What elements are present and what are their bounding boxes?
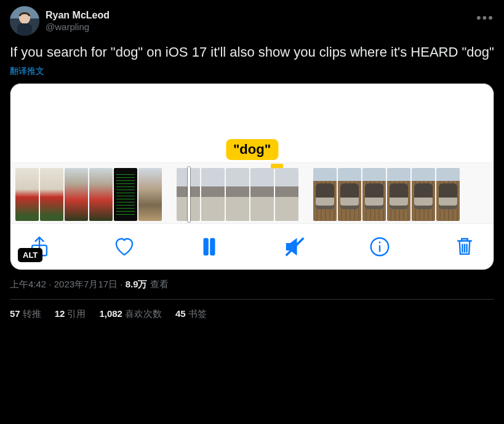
avatar-image-icon (10, 6, 39, 36)
media-toolbar (10, 224, 494, 261)
clip-thumbnail (15, 168, 39, 221)
clip-thumbnail (40, 168, 63, 221)
clip-group-1[interactable] (15, 168, 162, 221)
clip-thumbnail (412, 168, 435, 221)
clip-thumbnail (65, 168, 88, 221)
info-icon (368, 235, 391, 258)
clip-thumbnail (338, 168, 361, 221)
pause-button[interactable] (198, 235, 221, 258)
bookmarks-count: 45 (175, 308, 186, 319)
bookmarks-stat[interactable]: 45书签 (175, 308, 207, 320)
clip-thumbnail (362, 168, 386, 221)
meta-sep: · (46, 279, 54, 289)
clip-thumbnail (436, 168, 460, 221)
likes-stat[interactable]: 1,082喜欢次数 (99, 308, 162, 320)
avatar[interactable] (10, 6, 39, 36)
svg-point-9 (378, 241, 380, 243)
translate-link[interactable]: 翻译推文 (10, 66, 44, 77)
quotes-label: 引用 (67, 308, 86, 319)
media-card-inner: "dog" (10, 84, 494, 270)
clip-thumbnail (89, 168, 113, 221)
svg-rect-6 (211, 239, 215, 255)
video-timeline[interactable] (10, 162, 494, 224)
display-name[interactable]: Ryan McLeod (46, 9, 110, 22)
svg-rect-3 (17, 23, 32, 36)
quotes-stat[interactable]: 12引用 (55, 308, 86, 320)
tweet-text: If you search for "dog" on iOS 17 it'll … (10, 43, 494, 62)
mute-button[interactable] (283, 235, 306, 258)
views-label: 查看 (148, 279, 169, 289)
views-count: 8.9万 (126, 279, 148, 289)
playhead[interactable] (188, 167, 190, 222)
handle[interactable]: @warpling (46, 22, 110, 33)
media-whitespace (10, 84, 494, 139)
clip-thumbnail (250, 168, 274, 221)
like-button[interactable] (113, 235, 136, 258)
delete-button[interactable] (453, 235, 476, 258)
clip-group-2[interactable] (177, 168, 298, 221)
media-card[interactable]: "dog" (10, 83, 494, 270)
tweet: ••• Ryan McLeod @warpling If you search … (10, 6, 494, 320)
caption-bubble-wrap: "dog" (10, 139, 494, 162)
retweets-count: 57 (10, 308, 20, 319)
likes-label: 喜欢次数 (125, 308, 162, 319)
tweet-time[interactable]: 上午4:42 (10, 279, 46, 289)
alt-badge[interactable]: ALT (18, 248, 42, 262)
clip-thumbnail (138, 168, 162, 221)
svg-rect-5 (204, 239, 208, 255)
retweets-stat[interactable]: 57转推 (10, 308, 41, 320)
trash-icon (453, 235, 476, 258)
author-names: Ryan McLeod @warpling (46, 9, 110, 33)
tweet-meta: 上午4:42 · 2023年7月17日 · 8.9万 查看 (10, 279, 494, 300)
more-button[interactable]: ••• (476, 10, 494, 26)
clip-thumbnail (275, 168, 298, 221)
info-button[interactable] (368, 235, 391, 258)
clip-thumbnail (201, 168, 225, 221)
volume-mute-icon (283, 235, 306, 258)
retweets-label: 转推 (23, 308, 41, 319)
heart-icon (113, 235, 136, 258)
tweet-stats: 57转推 12引用 1,082喜欢次数 45书签 (10, 300, 494, 320)
bookmarks-label: 书签 (188, 308, 207, 319)
likes-count: 1,082 (99, 308, 122, 319)
tweet-date[interactable]: 2023年7月17日 (54, 279, 118, 289)
clip-group-3[interactable] (313, 168, 460, 221)
tweet-header: Ryan McLeod @warpling (10, 6, 494, 36)
clip-thumbnail (226, 168, 249, 221)
clip-thumbnail (114, 168, 137, 221)
clip-thumbnail (313, 168, 337, 221)
quotes-count: 12 (55, 308, 65, 319)
meta-sep: · (118, 279, 126, 289)
caption-bubble: "dog" (226, 139, 278, 160)
clip-thumbnail (387, 168, 410, 221)
pause-icon (198, 235, 221, 258)
